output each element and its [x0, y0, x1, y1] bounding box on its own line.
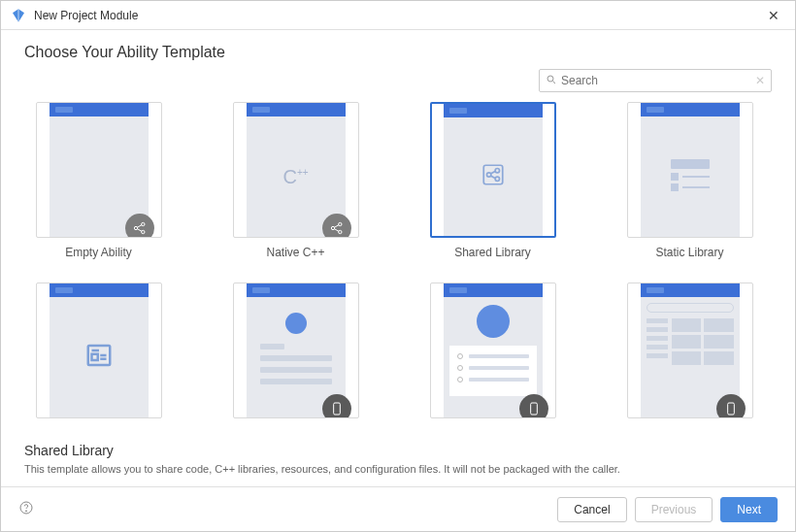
- share-badge-icon: [322, 214, 351, 238]
- window-title: New Project Module: [34, 9, 762, 22]
- svg-point-9: [338, 230, 341, 233]
- svg-line-17: [490, 176, 495, 179]
- about-preview: [444, 297, 543, 417]
- template-label: Shared Library: [454, 246, 531, 259]
- template-card-about[interactable]: [418, 283, 567, 434]
- template-label: Native C++: [266, 246, 324, 259]
- svg-point-8: [338, 222, 341, 225]
- template-card-news[interactable]: [24, 283, 173, 434]
- next-button[interactable]: Next: [720, 497, 778, 522]
- phone-badge-icon: [716, 394, 746, 418]
- svg-line-5: [137, 225, 142, 228]
- clear-icon[interactable]: ✕: [755, 74, 765, 87]
- news-icon: [84, 341, 114, 374]
- svg-line-1: [553, 81, 556, 83]
- content-area: Choose Your Ability Template ✕: [1, 30, 795, 486]
- svg-line-10: [334, 225, 339, 228]
- svg-line-11: [334, 229, 339, 232]
- static-library-icon: [671, 159, 710, 194]
- help-icon[interactable]: [18, 500, 34, 518]
- svg-point-3: [141, 222, 144, 225]
- svg-line-16: [490, 171, 495, 174]
- template-label: Static Library: [655, 246, 723, 259]
- template-label: Empty Ability: [65, 246, 132, 259]
- svg-point-14: [495, 169, 499, 173]
- svg-point-7: [331, 226, 334, 229]
- svg-rect-23: [333, 403, 340, 415]
- search-input[interactable]: [561, 74, 755, 87]
- svg-rect-25: [727, 403, 734, 415]
- template-gallery: Empty Ability C++: [24, 102, 772, 435]
- cpp-icon: C++: [282, 166, 308, 188]
- share-badge-icon: [125, 214, 154, 238]
- category-preview: [641, 297, 740, 417]
- description-title: Shared Library: [24, 443, 772, 458]
- cancel-button[interactable]: Cancel: [557, 497, 626, 522]
- svg-point-4: [141, 230, 144, 233]
- svg-point-15: [495, 177, 499, 181]
- svg-line-6: [137, 229, 142, 232]
- page-heading: Choose Your Ability Template: [24, 44, 772, 61]
- svg-point-0: [547, 76, 553, 82]
- footer: Cancel Previous Next: [1, 486, 795, 531]
- template-card-login[interactable]: [221, 283, 370, 434]
- gallery-wrap: Empty Ability C++: [24, 102, 772, 435]
- template-description: Shared Library This template allows you …: [24, 435, 772, 477]
- svg-point-2: [134, 226, 137, 229]
- close-icon[interactable]: ✕: [762, 6, 785, 25]
- previous-button[interactable]: Previous: [635, 497, 713, 522]
- search-box[interactable]: ✕: [539, 69, 772, 92]
- template-card-native-cpp[interactable]: C++ Native C++: [221, 102, 370, 267]
- svg-point-27: [25, 511, 26, 512]
- share-icon: [481, 162, 506, 191]
- svg-rect-24: [530, 403, 537, 415]
- template-card-shared-library[interactable]: Shared Library: [418, 102, 567, 267]
- dialog-window: New Project Module ✕ Choose Your Ability…: [0, 0, 796, 532]
- search-icon: [546, 74, 557, 88]
- search-row: ✕: [24, 69, 772, 92]
- titlebar: New Project Module ✕: [1, 1, 795, 30]
- phone-badge-icon: [519, 394, 548, 418]
- login-preview: [247, 297, 346, 417]
- app-logo-icon: [11, 8, 26, 23]
- description-text: This template allows you to share code, …: [24, 462, 772, 477]
- template-card-category[interactable]: [615, 283, 764, 434]
- phone-badge-icon: [322, 394, 351, 418]
- svg-rect-20: [91, 354, 97, 360]
- template-card-static-library[interactable]: Static Library: [615, 102, 764, 267]
- template-card-empty-ability[interactable]: Empty Ability: [24, 102, 173, 267]
